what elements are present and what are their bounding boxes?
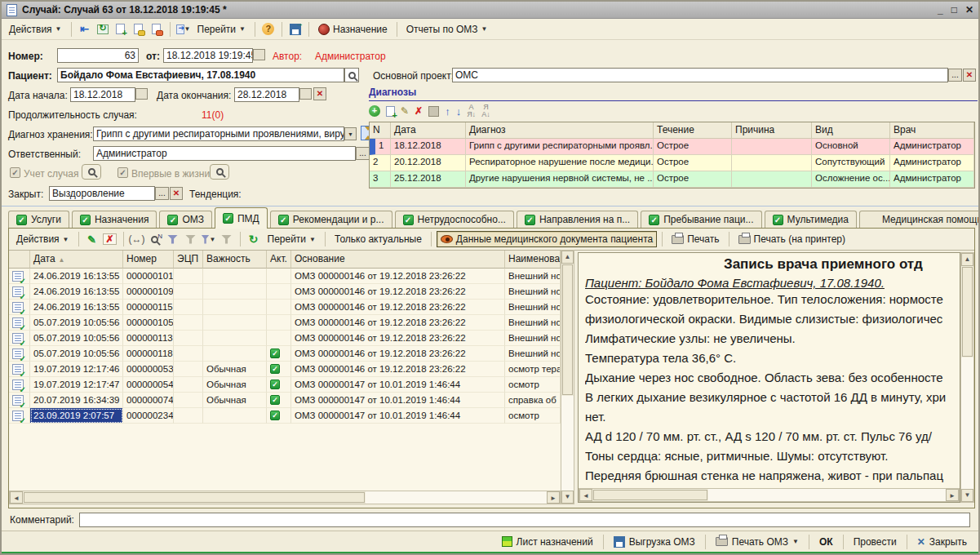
- cell-basis[interactable]: ОМЗ 000000146 от 19.12.2018 23:26:22: [291, 315, 505, 331]
- responsible-field[interactable]: Администратор: [93, 146, 356, 161]
- date-start-field[interactable]: 18.12.2018: [70, 87, 135, 102]
- pmd-document-row[interactable]: 19.07.2019 12:17:47 000000054 Обычная ✓ …: [9, 377, 561, 393]
- tab[interactable]: ✓ ПМД: [215, 207, 268, 229]
- cell-name[interactable]: Внешний но: [505, 346, 561, 362]
- cell-act[interactable]: ✓: [267, 346, 291, 362]
- cell-doctor[interactable]: Администратор: [890, 171, 974, 188]
- cell-diagnosis[interactable]: Другие нарушения нервной системы, не ...: [466, 171, 654, 188]
- omz-export-button[interactable]: Выгрузка ОМЗ: [609, 535, 700, 549]
- cell-ecp[interactable]: [174, 393, 203, 408]
- scrollbar-thumb[interactable]: [562, 264, 573, 395]
- col-number[interactable]: Номер: [123, 251, 174, 269]
- document-vscrollbar[interactable]: ▲ ▼: [960, 252, 974, 503]
- tab[interactable]: ✓ Мультимедиа: [765, 211, 857, 228]
- cell-importance[interactable]: [203, 331, 267, 346]
- cell-date[interactable]: 05.07.2019 10:05:56: [30, 315, 123, 331]
- col-ecp[interactable]: ЭЦП: [174, 251, 203, 269]
- storage-diagnosis-field[interactable]: Грипп с другими респираторными проявлени…: [93, 127, 344, 141]
- cell-importance[interactable]: [203, 408, 267, 424]
- cell-name[interactable]: осмотр: [505, 408, 561, 424]
- cell-ecp[interactable]: [174, 300, 203, 315]
- comment-field[interactable]: [79, 513, 970, 527]
- col-basis[interactable]: Основание: [291, 251, 505, 269]
- cell-date[interactable]: 24.06.2019 16:13:55: [30, 284, 123, 300]
- edit-row-button[interactable]: ✎: [84, 231, 100, 247]
- case-account-checkbox[interactable]: ✓: [10, 167, 20, 178]
- cell-number[interactable]: 000000234: [123, 408, 174, 424]
- pmd-document-row[interactable]: 05.07.2019 10:05:56 000000118 ✓ ОМЗ 0000…: [9, 346, 561, 362]
- cell-name[interactable]: Внешний но: [505, 269, 561, 284]
- cell-date[interactable]: 20.12.2018: [391, 155, 466, 171]
- project-field[interactable]: ОМС: [452, 68, 948, 82]
- reread-button[interactable]: [95, 21, 111, 38]
- close-form-button[interactable]: ✕Закрыть: [912, 535, 972, 549]
- pmd-document-row[interactable]: 05.07.2019 10:05:56 000000105 ✓ ОМЗ 0000…: [9, 315, 561, 331]
- cell-date[interactable]: 05.07.2019 10:05:56: [30, 331, 123, 346]
- cell-basis[interactable]: ОМЗ 000000147 от 10.01.2019 1:46:44: [291, 377, 505, 393]
- sort-asc-icon[interactable]: АЯ↓: [467, 104, 476, 118]
- scroll-down-icon[interactable]: ▼: [561, 491, 574, 504]
- omz-reports-menu-button[interactable]: Отчеты по ОМЗ▼: [402, 21, 492, 38]
- tab[interactable]: ✓ Направления на п...: [517, 211, 638, 228]
- pmd-document-row[interactable]: 24.06.2019 16:13:55 000000101 ✓ ОМЗ 0000…: [9, 269, 561, 284]
- tab[interactable]: ✓ Услуги: [8, 211, 69, 228]
- cell-act[interactable]: ✓: [267, 284, 291, 300]
- scroll-right-icon[interactable]: ►: [946, 489, 959, 501]
- cell-ecp[interactable]: [174, 315, 203, 331]
- tab[interactable]: ✓ Назначения: [72, 211, 157, 228]
- go-icon-button[interactable]: ▼: [175, 21, 192, 38]
- calendar-icon[interactable]: [253, 49, 265, 60]
- minimize-button[interactable]: _: [938, 4, 943, 16]
- cell-ecp[interactable]: [174, 269, 203, 284]
- cell-act[interactable]: ✓: [267, 315, 291, 331]
- cell-basis[interactable]: ОМЗ 000000146 от 19.12.2018 23:26:22: [291, 362, 505, 377]
- number-field[interactable]: 63: [57, 48, 139, 63]
- from-datetime-field[interactable]: 18.12.2018 19:19:45: [163, 48, 253, 63]
- scroll-up-icon[interactable]: ▲: [561, 251, 574, 264]
- cell-course[interactable]: Острое: [654, 155, 732, 171]
- cell-act[interactable]: ✓: [267, 408, 291, 424]
- pmd-table-vscrollbar[interactable]: ▲ ▼: [561, 250, 574, 504]
- cell-ecp[interactable]: [174, 346, 203, 362]
- cell-ecp[interactable]: [174, 377, 203, 393]
- cell-date[interactable]: 24.06.2019 16:13:55: [30, 300, 123, 315]
- cell-basis[interactable]: ОМЗ 000000146 от 19.12.2018 23:26:22: [291, 284, 505, 300]
- move-down-icon[interactable]: ↓: [456, 105, 462, 118]
- col-course[interactable]: Течение: [654, 122, 732, 139]
- cell-number[interactable]: 000000118: [123, 346, 174, 362]
- edit-pencil-icon[interactable]: ✎: [401, 105, 409, 117]
- copy-document-button[interactable]: [113, 21, 129, 38]
- cell-doctor[interactable]: Администратор: [890, 155, 974, 171]
- col-diagnosis[interactable]: Диагноз: [466, 122, 654, 139]
- cell-n[interactable]: 3: [370, 171, 391, 188]
- cell-name[interactable]: Внешний но: [505, 284, 561, 300]
- cell-number[interactable]: 000000074: [123, 393, 174, 408]
- cell-course[interactable]: Острое: [654, 171, 732, 188]
- cell-basis[interactable]: ОМЗ 000000146 от 19.12.2018 23:26:22: [291, 269, 505, 284]
- cell-basis[interactable]: ОМЗ 000000147 от 10.01.2019 1:46:44: [291, 408, 505, 424]
- move-up-icon[interactable]: ↑: [445, 105, 450, 118]
- cell-diagnosis[interactable]: Грипп с другими респираторными проявл...: [466, 139, 654, 155]
- pmd-table-hscrollbar[interactable]: ◄ ►: [9, 491, 561, 504]
- cell-doctor[interactable]: Администратор: [890, 139, 974, 155]
- cell-act[interactable]: ✓: [267, 269, 291, 284]
- scroll-right-icon[interactable]: ►: [547, 491, 560, 504]
- cell-date[interactable]: 20.07.2019 16:34:39: [30, 393, 123, 408]
- filter-setup-button[interactable]: [165, 231, 181, 247]
- cell-date[interactable]: 23.09.2019 2:07:57: [30, 408, 123, 424]
- copy-add-icon[interactable]: [386, 106, 395, 117]
- closed-select-button[interactable]: ...: [155, 187, 169, 200]
- help-button[interactable]: ?: [260, 21, 277, 38]
- cell-date[interactable]: 25.12.2018: [391, 171, 466, 188]
- finish-edit-icon[interactable]: [428, 106, 439, 117]
- cell-kind[interactable]: Основной: [812, 139, 890, 155]
- patient-doc-data-toggle[interactable]: Данные медицинского документа пациента: [437, 231, 657, 247]
- cell-importance[interactable]: [203, 284, 267, 300]
- cell-cause[interactable]: [732, 139, 812, 155]
- cell-cause[interactable]: [732, 171, 812, 188]
- omz-print-menu-button[interactable]: Печать ОМЗ▼: [711, 535, 804, 549]
- cell-n[interactable]: 2: [370, 155, 391, 171]
- calendar-icon[interactable]: [135, 88, 148, 100]
- cell-act[interactable]: ✓: [267, 300, 291, 315]
- cell-number[interactable]: 000000101: [123, 269, 174, 284]
